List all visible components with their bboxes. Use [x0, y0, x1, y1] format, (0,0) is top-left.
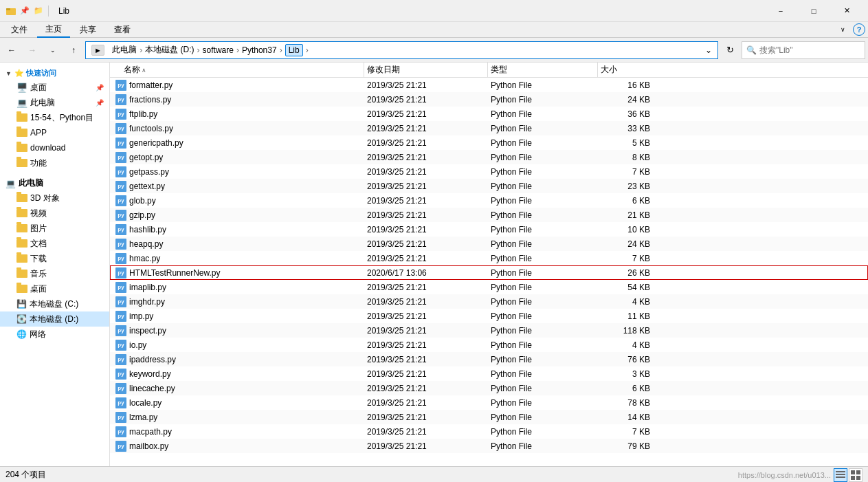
sidebar-item-video[interactable]: 视频: [0, 206, 109, 221]
file-name-cell: py linecache.py: [110, 383, 364, 394]
col-header-type[interactable]: 类型: [488, 63, 598, 77]
table-row[interactable]: py hashlib.py 2019/3/25 21:21 Python Fil…: [110, 222, 868, 237]
sidebar-item-desktop[interactable]: 🖥️ 桌面 📌: [0, 80, 109, 95]
sidebar-item-label: 本地磁盘 (C:): [30, 298, 104, 310]
table-row[interactable]: py inspect.py 2019/3/25 21:21 Python Fil…: [110, 323, 868, 338]
table-row[interactable]: py ipaddress.py 2019/3/25 21:21 Python F…: [110, 352, 868, 366]
table-row[interactable]: py imghdr.py 2019/3/25 21:21 Python File…: [110, 294, 868, 309]
sidebar-item-drive-c[interactable]: 💾 本地磁盘 (C:): [0, 296, 109, 311]
file-name-cell: py functools.py: [110, 123, 364, 134]
python-file-icon: py: [115, 138, 126, 149]
sidebar-item-music[interactable]: 音乐: [0, 266, 109, 281]
search-input[interactable]: [759, 45, 860, 55]
crumb-this-pc[interactable]: 此电脑: [112, 44, 137, 56]
address-dropdown[interactable]: ⌄: [705, 45, 712, 55]
sidebar-item-downloads[interactable]: 下载: [0, 251, 109, 266]
sidebar-item-python[interactable]: 15-54、Python目: [0, 110, 109, 125]
table-row[interactable]: py keyword.py 2019/3/25 21:21 Python Fil…: [110, 366, 868, 381]
file-name: keyword.py: [129, 369, 171, 379]
file-name: functools.py: [129, 124, 173, 133]
table-row[interactable]: py glob.py 2019/3/25 21:21 Python File 6…: [110, 193, 868, 208]
back-button[interactable]: ←: [3, 41, 21, 59]
crumb-lib[interactable]: Lib: [285, 44, 303, 56]
crumb-drive-d[interactable]: 本地磁盘 (D:): [145, 44, 194, 56]
forward-button[interactable]: →: [23, 41, 41, 59]
sidebar-section-quick-access[interactable]: ▼ ⭐ 快速访问: [0, 65, 109, 80]
file-date-cell: 2019/3/25 21:21: [364, 340, 488, 350]
window-title: Lib: [58, 6, 765, 16]
details-view-button[interactable]: [834, 468, 847, 482]
file-name: gettext.py: [129, 182, 165, 191]
help-btn[interactable]: ?: [853, 23, 865, 36]
crumb-start[interactable]: ►: [91, 45, 104, 56]
sidebar-item-desktop2[interactable]: 桌面: [0, 281, 109, 296]
file-name-cell: py io.py: [110, 340, 364, 351]
file-name: fractions.py: [129, 95, 171, 105]
table-row[interactable]: py formatter.py 2019/3/25 21:21 Python F…: [110, 78, 868, 92]
table-row[interactable]: py linecache.py 2019/3/25 21:21 Python F…: [110, 381, 868, 395]
tab-view[interactable]: 查看: [106, 23, 139, 37]
table-row[interactable]: py getopt.py 2019/3/25 21:21 Python File…: [110, 150, 868, 164]
sidebar-item-thispc[interactable]: 💻 此电脑 📌: [0, 95, 109, 110]
table-row[interactable]: py HTMLTestRunnerNew.py 2020/6/17 13:06 …: [110, 265, 868, 280]
svg-rect-7: [851, 476, 855, 480]
table-row[interactable]: py io.py 2019/3/25 21:21 Python File 4 K…: [110, 338, 868, 352]
crumb-software[interactable]: software: [203, 45, 234, 55]
sidebar-item-pictures[interactable]: 图片: [0, 221, 109, 236]
folder-icon: [16, 144, 27, 152]
file-name: gzip.py: [129, 210, 155, 220]
table-row[interactable]: py locale.py 2019/3/25 21:21 Python File…: [110, 395, 868, 410]
search-box[interactable]: 🔍: [742, 41, 865, 59]
tiles-view-button[interactable]: [849, 468, 863, 482]
svg-rect-2: [836, 471, 845, 472]
sidebar-item-3d-objects[interactable]: 3D 对象: [0, 190, 109, 206]
table-row[interactable]: py hmac.py 2019/3/25 21:21 Python File 7…: [110, 251, 868, 265]
close-button[interactable]: ✕: [831, 0, 863, 22]
sidebar-item-gongneng[interactable]: 功能: [0, 155, 109, 171]
table-row[interactable]: py imaplib.py 2019/3/25 21:21 Python Fil…: [110, 280, 868, 294]
col-header-date[interactable]: 修改日期: [364, 63, 488, 77]
table-row[interactable]: py lzma.py 2019/3/25 21:21 Python File 1…: [110, 410, 868, 424]
status-right: https://blog.csdn.net/u013...: [738, 468, 863, 482]
sidebar-item-drive-d[interactable]: 💽 本地磁盘 (D:): [0, 311, 109, 327]
address-box[interactable]: ► 此电脑 › 本地磁盘 (D:) › software › Python37 …: [85, 41, 718, 59]
dropdown-history-button[interactable]: ⌄: [44, 41, 62, 59]
sidebar-item-app[interactable]: APP: [0, 125, 109, 140]
table-row[interactable]: py fractions.py 2019/3/25 21:21 Python F…: [110, 92, 868, 107]
file-type-cell: Python File: [488, 340, 598, 350]
sidebar-section-thispc[interactable]: 💻 此电脑: [0, 175, 109, 190]
table-row[interactable]: py macpath.py 2019/3/25 21:21 Python Fil…: [110, 424, 868, 439]
file-name: linecache.py: [129, 384, 175, 393]
file-name: inspect.py: [129, 326, 166, 336]
app-icon: [5, 6, 16, 17]
refresh-button[interactable]: ↻: [721, 41, 739, 59]
ribbon-expand-btn[interactable]: ∨: [834, 21, 852, 39]
pictures-icon: [16, 224, 27, 232]
file-date-cell: 2019/3/25 21:21: [364, 95, 488, 105]
python-file-icon: py: [115, 311, 126, 322]
col-header-size[interactable]: 大小: [598, 63, 653, 77]
tab-home[interactable]: 主页: [37, 22, 70, 38]
table-row[interactable]: py getpass.py 2019/3/25 21:21 Python Fil…: [110, 164, 868, 179]
table-row[interactable]: py ftplib.py 2019/3/25 21:21 Python File…: [110, 107, 868, 121]
sidebar-item-network[interactable]: 🌐 网络: [0, 327, 109, 342]
table-row[interactable]: py gettext.py 2019/3/25 21:21 Python Fil…: [110, 179, 868, 193]
sidebar: ▼ ⭐ 快速访问 🖥️ 桌面 📌 💻 此电脑 📌 15-54、Python目: [0, 63, 110, 466]
tab-file[interactable]: 文件: [3, 23, 36, 37]
tab-share[interactable]: 共享: [71, 23, 104, 37]
up-button[interactable]: ↑: [65, 41, 82, 59]
crumb-python37[interactable]: Python37: [242, 45, 277, 55]
table-row[interactable]: py heapq.py 2019/3/25 21:21 Python File …: [110, 237, 868, 251]
table-row[interactable]: py mailbox.py 2019/3/25 21:21 Python Fil…: [110, 439, 868, 453]
sidebar-item-download[interactable]: download: [0, 140, 109, 155]
file-name-cell: py mailbox.py: [110, 441, 364, 452]
table-row[interactable]: py genericpath.py 2019/3/25 21:21 Python…: [110, 135, 868, 150]
file-size-cell: 16 KB: [598, 80, 653, 90]
sidebar-item-documents[interactable]: 文档: [0, 236, 109, 251]
table-row[interactable]: py gzip.py 2019/3/25 21:21 Python File 2…: [110, 208, 868, 222]
minimize-button[interactable]: −: [765, 0, 797, 22]
table-row[interactable]: py imp.py 2019/3/25 21:21 Python File 11…: [110, 309, 868, 323]
col-header-name[interactable]: 名称 ∧: [110, 63, 364, 77]
maximize-button[interactable]: □: [798, 0, 830, 22]
table-row[interactable]: py functools.py 2019/3/25 21:21 Python F…: [110, 121, 868, 135]
